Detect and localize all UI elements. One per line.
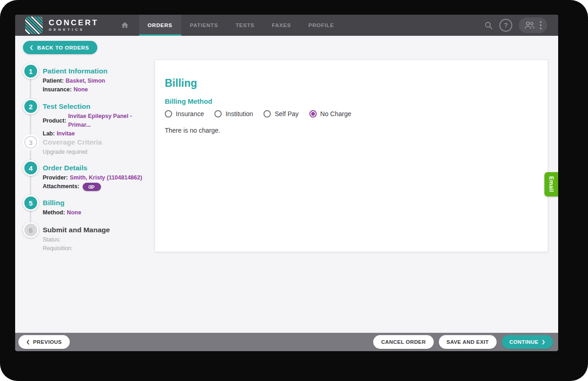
save-and-exit-button[interactable]: SAVE AND EXIT — [439, 335, 497, 349]
step-2-circle: 2 — [23, 99, 39, 114]
top-navbar: CONCERT GENETICS ORDERS PATIENTS TESTS F… — [15, 15, 558, 36]
tab-orders[interactable]: ORDERS — [139, 15, 181, 36]
step-5-number: 5 — [29, 199, 33, 207]
help-icon[interactable]: ? — [499, 19, 512, 32]
step-3-number: 3 — [29, 139, 33, 146]
people-icon — [524, 21, 535, 29]
step-1-circle: 1 — [23, 63, 39, 79]
tab-patients-label: PATIENTS — [190, 22, 218, 28]
step-2-number: 2 — [29, 103, 33, 111]
previous-button[interactable]: PREVIOUS — [18, 335, 70, 349]
billing-card: Billing Billing Method Insurance Institu… — [155, 60, 548, 252]
step-6-text: Submit and Manage Status: Requisition: — [43, 222, 110, 253]
step-test-selection[interactable]: 2 Test Selection Product: Invitae Epilep… — [23, 99, 156, 138]
provider-label: Provider: — [43, 174, 68, 182]
continue-button[interactable]: CONTINUE — [502, 335, 553, 349]
chevron-left-icon — [26, 340, 29, 345]
home-icon[interactable] — [117, 15, 133, 36]
brand-tagline: GENETICS — [49, 27, 99, 32]
tab-faxes[interactable]: FAXES — [263, 15, 300, 36]
previous-label: PREVIOUS — [33, 339, 62, 345]
radio-insurance[interactable]: Insurance — [165, 110, 204, 118]
method-value: None — [67, 208, 81, 217]
tab-profile-label: PROFILE — [308, 22, 334, 28]
footer-right-actions: CANCEL ORDER SAVE AND EXIT CONTINUE — [373, 335, 553, 349]
step-3-circle: 3 — [23, 134, 39, 150]
insurance-label: Insurance: — [43, 85, 72, 94]
account-menu[interactable] — [519, 17, 547, 33]
patient-value: Basket, Simon — [66, 77, 105, 85]
step-1-insurance-line: Insurance: None — [43, 85, 107, 94]
step-order-details[interactable]: 4 Order Details Provider: Smith, Kristy … — [23, 160, 142, 191]
radio-institution-circle — [214, 110, 222, 118]
method-label: Method: — [43, 208, 65, 217]
step-coverage-criteria: 3 Coverage Criteria Upgrade required — [23, 134, 102, 157]
order-steps-sidebar: 1 Patient Information Patient: Basket, S… — [23, 36, 156, 333]
cancel-order-label: CANCEL ORDER — [381, 339, 426, 345]
step-6-number: 6 — [29, 226, 33, 234]
tab-tests[interactable]: TESTS — [227, 15, 263, 36]
help-glyph: ? — [504, 22, 508, 29]
page-title: Billing — [165, 77, 548, 90]
radio-self-pay-circle — [263, 110, 271, 118]
tab-faxes-label: FAXES — [272, 22, 291, 28]
step-submit-and-manage: 6 Submit and Manage Status: Requisition: — [23, 222, 110, 253]
attachment-badge[interactable] — [83, 183, 101, 191]
cancel-order-button[interactable]: CANCEL ORDER — [373, 335, 433, 349]
step-4-title: Order Details — [43, 164, 142, 172]
radio-no-charge-label: No Charge — [320, 110, 352, 118]
screenshot-stage: CONCERT GENETICS ORDERS PATIENTS TESTS F… — [0, 0, 588, 381]
step-6-title: Submit and Manage — [43, 226, 110, 234]
tab-tests-label: TESTS — [235, 22, 254, 28]
footer-action-bar: PREVIOUS CANCEL ORDER SAVE AND EXIT CONT… — [15, 333, 558, 351]
step-3-title: Coverage Criteria — [43, 138, 102, 146]
chevron-right-icon — [542, 340, 545, 345]
patient-label: Patient: — [43, 77, 64, 85]
step-2-product-line: Product: Invitae Epilepsy Panel - Primar… — [43, 112, 156, 129]
step-patient-information[interactable]: 1 Patient Information Patient: Basket, S… — [23, 63, 107, 94]
step-5-text: Billing Method: None — [43, 195, 81, 217]
provider-value: Smith, Kristy (1104814862) — [70, 174, 142, 182]
step-6-circle: 6 — [23, 222, 39, 238]
step-6-requisition-line: Requisition: — [43, 244, 110, 253]
radio-self-pay[interactable]: Self Pay — [263, 110, 298, 118]
step-5-circle: 5 — [23, 195, 39, 211]
brand: CONCERT GENETICS — [25, 15, 99, 36]
tab-orders-label: ORDERS — [148, 22, 173, 28]
step-1-patient-line: Patient: Basket, Simon — [43, 77, 107, 85]
email-feedback-tab[interactable]: Email — [544, 172, 558, 196]
step-4-circle: 4 — [23, 160, 39, 176]
brand-name: CONCERT — [49, 19, 99, 27]
step-2-text: Test Selection Product: Invitae Epilepsy… — [43, 99, 156, 138]
step-3-subtitle: Upgrade required — [43, 148, 102, 157]
step-3-text: Coverage Criteria Upgrade required — [43, 134, 102, 157]
step-4-number: 4 — [29, 164, 33, 172]
radio-no-charge[interactable]: No Charge — [309, 110, 352, 118]
radio-institution[interactable]: Institution — [214, 110, 253, 118]
tab-patients[interactable]: PATIENTS — [181, 15, 227, 36]
step-billing[interactable]: 5 Billing Method: None — [23, 195, 81, 217]
step-6-status-line: Status: — [43, 235, 110, 244]
tab-profile[interactable]: PROFILE — [300, 15, 342, 36]
brand-text: CONCERT GENETICS — [49, 19, 99, 32]
nav-tabs: ORDERS PATIENTS TESTS FAXES PROFILE — [139, 15, 343, 36]
concert-genetics-logo-icon — [25, 17, 43, 34]
step-2-title: Test Selection — [43, 102, 156, 111]
product-value: Invitae Epilepsy Panel - Primar... — [68, 112, 156, 129]
step-1-title: Patient Information — [43, 67, 107, 75]
app-window: CONCERT GENETICS ORDERS PATIENTS TESTS F… — [15, 15, 558, 351]
step-1-text: Patient Information Patient: Basket, Sim… — [43, 63, 107, 94]
radio-insurance-circle — [165, 110, 172, 118]
step-1-number: 1 — [29, 67, 33, 75]
billing-method-heading: Billing Method — [165, 97, 548, 106]
requisition-label: Requisition: — [43, 244, 73, 253]
step-4-attachments-line: Attachments: — [43, 182, 142, 191]
email-tab-label: Email — [548, 176, 554, 192]
step-5-title: Billing — [43, 199, 81, 207]
product-label: Product: — [43, 117, 66, 125]
continue-label: CONTINUE — [510, 339, 538, 345]
radio-institution-label: Institution — [225, 110, 253, 118]
search-icon[interactable] — [484, 21, 493, 30]
kebab-menu-icon — [540, 21, 542, 29]
status-label: Status: — [43, 235, 61, 244]
